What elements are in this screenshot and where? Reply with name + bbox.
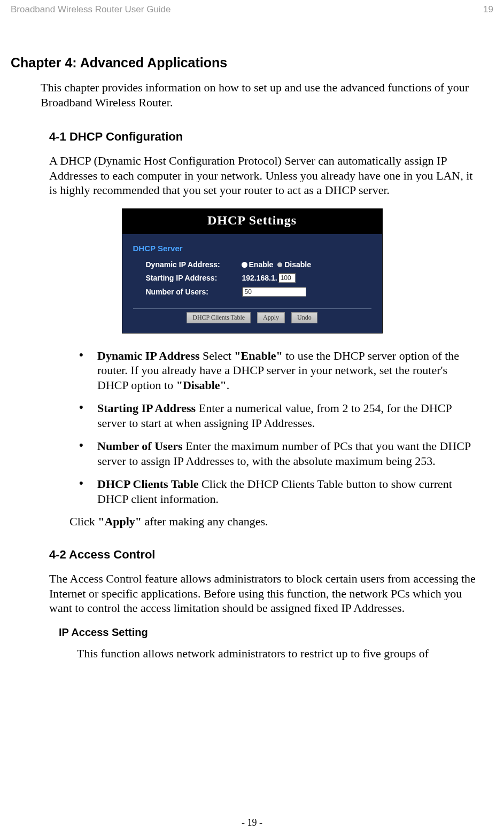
- dynamic-ip-row: Dynamic IP Address: Enable Disable: [133, 258, 371, 271]
- dhcp-panel-body: DHCP Server Dynamic IP Address: Enable D…: [122, 234, 382, 333]
- term-dynamic-ip: Dynamic IP Address: [97, 349, 200, 362]
- apply-button[interactable]: Apply: [257, 312, 285, 323]
- button-row: DHCP Clients Table Apply Undo: [133, 308, 371, 327]
- dynamic-ip-label: Dynamic IP Address:: [146, 260, 242, 269]
- ip-access-setting-title: IP Access Setting: [59, 626, 493, 639]
- enable-radio[interactable]: Enable: [242, 260, 274, 269]
- list-item: • Number of Users Enter the maximum numb…: [79, 439, 480, 468]
- section-4-1-title: 4-1 DHCP Configuration: [49, 130, 493, 144]
- page-number-top: 19: [483, 4, 493, 15]
- doc-title: Broadband Wireless Router User Guide: [11, 4, 171, 15]
- bullet-text: DHCP Clients Table Click the DHCP Client…: [97, 477, 480, 506]
- chapter-title: Chapter 4: Advanced Applications: [11, 55, 493, 71]
- starting-ip-label: Starting IP Address:: [146, 274, 242, 282]
- bullet-text: Dynamic IP Address Select "Enable" to us…: [97, 348, 480, 393]
- bullet-list: • Dynamic IP Address Select "Enable" to …: [79, 348, 480, 507]
- ip-prefix: 192.168.1.: [242, 274, 277, 282]
- term-clients-table: DHCP Clients Table: [97, 477, 198, 491]
- section-4-1-para: A DHCP (Dynamic Host Configuration Proto…: [49, 153, 483, 198]
- dhcp-settings-panel: DHCP Settings DHCP Server Dynamic IP Add…: [122, 208, 383, 333]
- term-starting-ip: Starting IP Address: [97, 401, 196, 415]
- list-item: • DHCP Clients Table Click the DHCP Clie…: [79, 477, 480, 506]
- list-item: • Dynamic IP Address Select "Enable" to …: [79, 348, 480, 393]
- disable-radio[interactable]: Disable: [277, 260, 311, 269]
- starting-ip-input[interactable]: [278, 273, 296, 283]
- page-footer: - 19 -: [0, 817, 504, 828]
- page-header: Broadband Wireless Router User Guide 19: [11, 0, 493, 15]
- list-item: • Starting IP Address Enter a numerical …: [79, 401, 480, 430]
- radio-icon: [277, 262, 282, 267]
- bullet-text: Starting IP Address Enter a numerical va…: [97, 401, 480, 430]
- ip-access-setting-para: This function allows network administrat…: [77, 646, 483, 661]
- disable-label: Disable: [284, 260, 311, 269]
- starting-ip-row: Starting IP Address: 192.168.1.: [133, 271, 371, 285]
- section-4-2-para: The Access Control feature allows admini…: [49, 571, 483, 616]
- undo-button[interactable]: Undo: [291, 312, 317, 323]
- radio-icon: [242, 262, 247, 267]
- term-num-users: Number of Users: [97, 439, 183, 453]
- dhcp-settings-screenshot: DHCP Settings DHCP Server Dynamic IP Add…: [122, 208, 383, 333]
- dhcp-server-heading: DHCP Server: [133, 244, 371, 253]
- dhcp-clients-table-button[interactable]: DHCP Clients Table: [187, 312, 251, 323]
- bullet-icon: •: [79, 477, 97, 506]
- num-users-input[interactable]: [242, 287, 306, 297]
- click-apply-note: Click "Apply" after making any changes.: [69, 515, 493, 529]
- chapter-intro: This chapter provides information on how…: [41, 80, 483, 110]
- num-users-label: Number of Users:: [146, 288, 242, 296]
- enable-label: Enable: [249, 260, 274, 269]
- bullet-icon: •: [79, 401, 97, 430]
- num-users-row: Number of Users:: [133, 285, 371, 299]
- bullet-icon: •: [79, 439, 97, 468]
- dhcp-panel-title: DHCP Settings: [122, 209, 382, 234]
- bullet-icon: •: [79, 348, 97, 393]
- section-4-2-title: 4-2 Access Control: [49, 548, 493, 562]
- bullet-text: Number of Users Enter the maximum number…: [97, 439, 480, 468]
